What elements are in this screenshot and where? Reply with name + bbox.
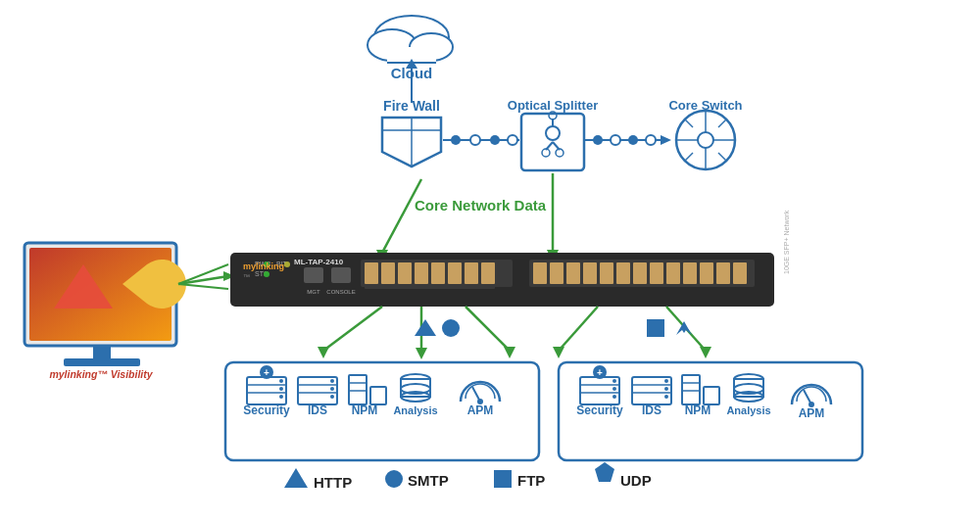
svg-line-97: [323, 307, 382, 351]
svg-rect-78: [481, 262, 495, 284]
svg-point-25: [611, 135, 620, 145]
svg-text:Cloud: Cloud: [391, 65, 433, 81]
svg-rect-86: [616, 262, 630, 284]
svg-rect-49: [29, 248, 172, 341]
svg-line-168: [804, 390, 811, 404]
svg-point-30: [698, 132, 713, 148]
svg-rect-93: [733, 262, 747, 284]
svg-point-125: [330, 379, 334, 383]
svg-point-116: [279, 379, 283, 383]
svg-point-146: [612, 387, 616, 391]
connectors-svg: Cloud Fire Wall Optical Splitter Core Sw…: [0, 0, 980, 522]
svg-point-155: [664, 387, 668, 391]
svg-point-2: [410, 33, 453, 61]
svg-rect-74: [415, 262, 428, 284]
svg-line-139: [472, 387, 480, 402]
svg-marker-7: [382, 118, 441, 166]
svg-rect-113: [247, 377, 286, 404]
svg-rect-48: [24, 243, 176, 346]
svg-point-156: [664, 395, 668, 399]
svg-point-134: [401, 374, 430, 384]
svg-point-147: [612, 395, 616, 399]
svg-text:SMTP: SMTP: [408, 472, 449, 489]
svg-text:CONSOLE: CONSOLE: [326, 289, 355, 295]
svg-point-140: [477, 399, 483, 404]
svg-point-145: [612, 379, 616, 383]
svg-line-101: [466, 307, 510, 351]
svg-line-17: [546, 142, 553, 150]
svg-point-127: [330, 395, 334, 399]
svg-text:Analysis: Analysis: [726, 404, 770, 416]
svg-rect-111: [225, 362, 539, 460]
svg-point-27: [646, 135, 656, 145]
svg-text:NPM: NPM: [685, 403, 711, 417]
svg-rect-71: [365, 262, 378, 284]
svg-point-0: [374, 16, 449, 59]
svg-point-12: [470, 135, 480, 145]
svg-point-26: [628, 135, 638, 145]
svg-rect-3: [387, 47, 436, 63]
svg-rect-130: [370, 387, 386, 404]
svg-point-21: [556, 149, 564, 157]
svg-line-55: [178, 264, 228, 284]
svg-rect-90: [683, 262, 697, 284]
svg-text:MGT: MGT: [307, 289, 320, 295]
svg-line-103: [559, 307, 598, 351]
svg-text:BIT: BIT: [276, 261, 288, 267]
svg-line-37: [718, 119, 726, 127]
svg-text:ML-TAP-2410: ML-TAP-2410: [294, 258, 344, 266]
svg-marker-46: [547, 250, 559, 262]
svg-text:+: +: [264, 367, 270, 378]
svg-line-56: [178, 284, 228, 289]
svg-line-105: [666, 307, 706, 351]
svg-rect-88: [650, 262, 663, 284]
svg-point-136: [401, 392, 430, 402]
svg-point-20: [542, 149, 550, 157]
svg-point-108: [442, 319, 460, 337]
svg-line-18: [553, 142, 560, 150]
svg-marker-104: [553, 347, 564, 358]
svg-text:Security: Security: [576, 403, 623, 417]
svg-rect-83: [566, 262, 580, 284]
svg-point-173: [385, 470, 403, 488]
svg-rect-158: [682, 375, 700, 404]
svg-rect-91: [700, 262, 713, 284]
svg-point-166: [734, 384, 763, 394]
svg-text:Core Network Data: Core Network Data: [415, 197, 547, 214]
svg-point-22: [549, 112, 557, 119]
svg-point-1: [368, 29, 416, 61]
svg-text:IDS: IDS: [642, 403, 662, 417]
svg-rect-82: [550, 262, 564, 284]
svg-point-126: [330, 387, 334, 391]
svg-text:Security: Security: [243, 403, 290, 417]
svg-rect-112: [559, 362, 862, 460]
svg-text:FTP: FTP: [517, 472, 545, 489]
svg-line-54: [178, 276, 228, 284]
svg-rect-87: [633, 262, 647, 284]
svg-marker-171: [284, 468, 308, 488]
svg-marker-50: [54, 264, 113, 308]
svg-point-169: [808, 402, 814, 407]
svg-rect-85: [600, 262, 613, 284]
svg-line-38: [685, 153, 693, 161]
svg-rect-92: [716, 262, 730, 284]
svg-rect-81: [533, 262, 547, 284]
svg-rect-159: [704, 387, 719, 404]
svg-line-35: [685, 119, 693, 127]
svg-text:Optical Splitter: Optical Splitter: [508, 98, 598, 113]
svg-point-148: [593, 365, 607, 379]
svg-text:IDS: IDS: [308, 403, 327, 417]
svg-point-24: [593, 135, 603, 145]
svg-rect-73: [398, 262, 412, 284]
svg-rect-89: [666, 262, 680, 284]
svg-rect-70: [361, 260, 513, 287]
svg-text:™: ™: [243, 273, 250, 280]
main-diagram: Cloud Fire Wall Optical Splitter Core Sw…: [0, 0, 980, 522]
svg-text:mylinking: mylinking: [243, 261, 284, 271]
svg-text:APM: APM: [799, 406, 825, 420]
svg-point-163: [734, 374, 763, 384]
svg-marker-28: [661, 135, 671, 145]
svg-rect-164: [734, 379, 763, 397]
svg-rect-66: [304, 267, 323, 283]
svg-text:mylinking™ Visibility: mylinking™ Visibility: [49, 368, 153, 380]
